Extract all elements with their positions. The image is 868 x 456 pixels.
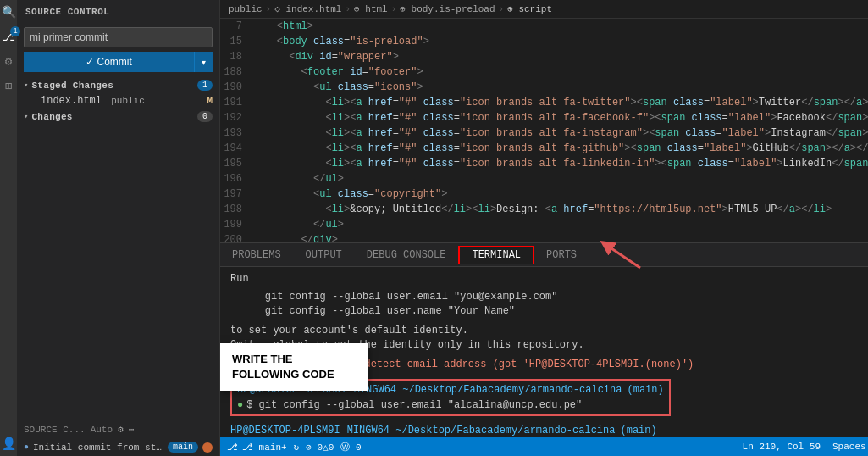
status-branch[interactable]: ⎇ ⎇ main+ (227, 442, 287, 453)
terminal-cmd1: git config --global user.email "you@exam… (230, 290, 868, 304)
terminal-prompt2: HP@DESKTOP-4PLSM9I MINGW64 ~/Desktop/Fab… (230, 423, 868, 437)
annotation-line1: WRITE THE (232, 352, 357, 367)
terminal-path1: MINGW64 ~/Desktop/Fabacademy/armando-cal… (354, 382, 622, 398)
code-line: 199 </ul> (220, 217, 868, 232)
dot-badge (202, 442, 213, 453)
terminal-content[interactable]: WRITE THE FOLLOWING CODE Run git config … (220, 267, 868, 437)
run-label: Run (230, 272, 868, 286)
status-errors: ⊘ 0△0 (306, 442, 334, 453)
activity-bar: 🔍 ⎇ ⚙ ⊞ 👤 (0, 0, 17, 456)
breadcrumb-part2: ◇ index.html (274, 3, 341, 14)
bullet-icon: ● (237, 398, 243, 413)
tab-problems[interactable]: PROBLEMS (220, 246, 294, 264)
staged-file-row[interactable]: index.html public M (17, 93, 219, 108)
breadcrumb-part1: public (229, 4, 263, 14)
commit-button[interactable]: ✓ Commit (24, 52, 194, 72)
breadcrumb-part5: ⊕ script (507, 3, 552, 14)
staged-file-tag: public (111, 96, 145, 106)
svg-line-1 (606, 245, 640, 268)
terminal-user2: HP@DESKTOP-4PLSM9I (230, 423, 340, 437)
terminal-panel: PROBLEMS OUTPUT DEBUG CONSOLE TERMINAL P… (220, 242, 868, 437)
commit-message-input[interactable] (24, 27, 213, 47)
terminal-branch2: (main) (620, 423, 656, 437)
gear-icon[interactable]: ⚙ (118, 424, 124, 435)
staged-file-name: index.html public (41, 95, 207, 107)
status-left: ⎇ ⎇ main+ ↻ ⊘ 0△0 Ⓦ 0 (227, 441, 362, 453)
code-line: 197 <ul class="copyright"> (220, 186, 868, 202)
tab-output[interactable]: OUTPUT (294, 246, 355, 264)
annotation-line2: FOLLOWING CODE (232, 367, 357, 382)
code-line: 18 <div id="wrapper"> (220, 49, 868, 64)
breadcrumb-part4: ⊕ body.is-preload (400, 3, 495, 14)
panel-tabs: PROBLEMS OUTPUT DEBUG CONSOLE TERMINAL P… (220, 243, 868, 267)
commit-info-text: Initial commit from st... (33, 442, 163, 453)
right-panel: public › ◇ index.html › ⊕ html › ⊕ body.… (220, 0, 868, 456)
status-sync[interactable]: ↻ (294, 442, 300, 453)
app-window: 🔍 ⎇ ⚙ ⊞ 👤 SOURCE CONTROL ✓ Commit ▾ ▾ St… (0, 0, 868, 456)
terminal-branch1: (main) (627, 382, 663, 398)
tab-ports[interactable]: PORTS (534, 246, 589, 264)
source-control-header: SOURCE CONTROL (17, 0, 219, 24)
annotation-box: WRITE THE FOLLOWING CODE (220, 343, 368, 391)
status-bar: ⎇ ⎇ main+ ↻ ⊘ 0△0 Ⓦ 0 Ln 210, Col 59 Spa… (220, 437, 868, 456)
code-line: 194 <li><a href="#" class="icon brands a… (220, 141, 868, 156)
terminal-cmd2: git config --global user.name "Your Name… (230, 304, 868, 319)
changes-badge: 0 (197, 111, 213, 122)
code-line: 192 <li><a href="#" class="icon brands a… (220, 110, 868, 125)
account-icon[interactable]: 👤 (0, 437, 17, 451)
status-right: Ln 210, Col 59 Spaces: 2 UTF-8 (743, 442, 868, 452)
staged-changes-label: Staged Changes (31, 81, 197, 91)
sidebar: SOURCE CONTROL ✓ Commit ▾ ▾ Staged Chang… (17, 0, 220, 456)
branch-badge: main (168, 442, 198, 453)
auto-label: Auto (91, 425, 113, 435)
code-line: 15 <body class="is-preload"> (220, 34, 868, 49)
code-line: 200 </div> (220, 232, 868, 242)
extensions-icon[interactable]: ⊞ (0, 79, 17, 93)
code-lines: 7 <html> 15 <body class="is-preload"> 18… (220, 19, 868, 242)
staged-badge: 1 (197, 80, 213, 91)
status-warnings: Ⓦ 0 (340, 441, 361, 453)
staged-file-status: M (207, 96, 213, 106)
tab-debug-console[interactable]: DEBUG CONSOLE (355, 246, 459, 264)
sidebar-bottom: SOURCE C... Auto ⚙ ⋯ ● Initial commit fr… (17, 420, 219, 456)
commit-info-row: ● Initial commit from st... main (17, 438, 219, 456)
source-control-bottom-row: SOURCE C... Auto ⚙ ⋯ (17, 420, 219, 438)
breadcrumb-part3: ⊕ html (354, 3, 388, 14)
source-control-title: SOURCE CONTROL (25, 7, 109, 17)
status-ln-col: Ln 210, Col 59 (743, 442, 821, 452)
debug-icon[interactable]: ⚙ (0, 54, 17, 69)
breadcrumb: public › ◇ index.html › ⊕ html › ⊕ body.… (220, 0, 868, 19)
terminal-git-cmd: $ git config --global user.email "alcali… (246, 398, 582, 413)
source-control-icon[interactable]: ⎇ (0, 30, 17, 44)
dots-icon[interactable]: ⋯ (129, 424, 135, 435)
terminal-text1: to set your account's default identity. (230, 324, 868, 338)
staged-changes-section[interactable]: ▾ Staged Changes 1 (17, 77, 219, 93)
commit-btn-row: ✓ Commit ▾ (24, 52, 213, 72)
code-line: 196 </ul> (220, 171, 868, 186)
terminal-cmd-highlight: ● $ git config --global user.email "alca… (237, 398, 664, 413)
sc-bottom-label: SOURCE C... (24, 425, 86, 435)
search-icon[interactable]: 🔍 (0, 5, 17, 19)
code-line: 198 <li>&copy; Untitled</li><li>Design: … (220, 202, 868, 217)
code-line: 188 <footer id="footer"> (220, 64, 868, 80)
changes-label: Changes (31, 112, 197, 122)
commit-arrow-button[interactable]: ▾ (194, 52, 213, 72)
status-spaces: Spaces: 2 (832, 442, 868, 452)
code-line: 193 <li><a href="#" class="icon brands a… (220, 125, 868, 141)
code-editor[interactable]: 7 <html> 15 <body class="is-preload"> 18… (220, 19, 868, 242)
code-line: 190 <ul class="icons"> (220, 80, 868, 95)
code-line: 195 <li><a href="#" class="icon brands a… (220, 156, 868, 171)
code-line: 7 <html> (220, 19, 868, 34)
changes-section[interactable]: ▾ Changes 0 (17, 108, 219, 125)
tab-terminal[interactable]: TERMINAL (458, 246, 534, 264)
commit-input-area: ✓ Commit ▾ (17, 24, 219, 77)
code-line: 191 <li><a href="#" class="icon brands a… (220, 95, 868, 110)
terminal-path2: MINGW64 ~/Desktop/Fabacademy/armando-cal… (347, 423, 616, 437)
